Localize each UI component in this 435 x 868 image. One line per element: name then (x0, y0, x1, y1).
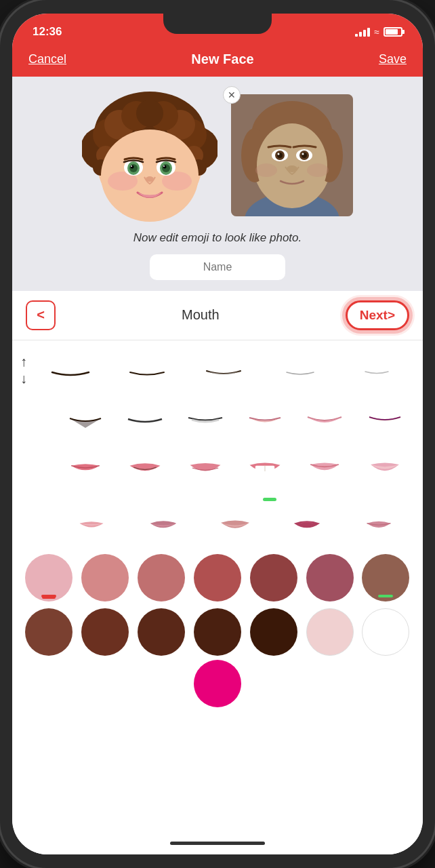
mouth-option[interactable] (343, 505, 415, 546)
svg-point-47 (307, 163, 329, 177)
mouth-option[interactable] (56, 448, 115, 488)
mouth-option[interactable] (355, 448, 415, 488)
photo-container: ✕ (231, 94, 353, 216)
svg-point-27 (163, 165, 165, 167)
page-title: New Face (191, 52, 253, 67)
svg-point-22 (129, 164, 138, 172)
color-swatch[interactable] (138, 608, 185, 656)
mouth-option[interactable] (175, 399, 235, 439)
photo-close-button[interactable]: ✕ (223, 86, 241, 104)
prev-category-button[interactable]: < (26, 300, 56, 330)
mouth-option[interactable] (186, 350, 262, 391)
mouth-option[interactable] (295, 448, 354, 488)
phone-screen: 12:36 ≈ Cancel New Face Save (12, 14, 423, 854)
next-category-button[interactable]: Next> (346, 300, 409, 330)
mouth-options-grid: ↑ ↓ (12, 340, 423, 831)
color-swatch[interactable] (306, 554, 354, 601)
face-row: ✕ (26, 87, 409, 223)
mouth-option[interactable] (115, 399, 175, 439)
svg-point-24 (131, 165, 134, 169)
mouth-option[interactable] (338, 350, 415, 391)
mouth-option[interactable] (262, 350, 338, 391)
color-swatch[interactable] (194, 660, 241, 707)
svg-point-23 (162, 164, 170, 172)
phone-frame: 12:36 ≈ Cancel New Face Save (0, 0, 435, 868)
color-row-2 (18, 608, 417, 707)
svg-point-43 (278, 153, 280, 155)
mouth-option[interactable] (199, 505, 271, 546)
color-swatch[interactable] (194, 608, 241, 656)
battery-icon (384, 27, 402, 37)
category-nav: < Mouth Next> (12, 291, 423, 340)
wifi-icon: ≈ (374, 26, 379, 37)
mouth-option[interactable] (235, 399, 295, 439)
status-icons: ≈ (355, 26, 402, 37)
mouth-row-2 (53, 399, 417, 439)
mouth-option[interactable] (295, 399, 354, 439)
color-swatch[interactable] (81, 608, 129, 656)
color-swatch[interactable] (25, 608, 72, 656)
mouth-row-1: ↑ ↓ (18, 350, 417, 391)
color-swatch[interactable] (138, 554, 185, 601)
mouth-option[interactable] (175, 448, 235, 488)
home-bar (170, 842, 265, 845)
name-input[interactable] (150, 254, 285, 280)
instruction-text: Now edit emoji to look like photo. (133, 230, 302, 246)
size-control[interactable]: ↑ ↓ (20, 354, 27, 387)
color-swatch[interactable] (306, 608, 354, 656)
signal-icon (355, 27, 370, 37)
status-time: 12:36 (33, 25, 62, 39)
mouth-row-4 (53, 505, 417, 546)
color-swatch[interactable] (362, 554, 409, 601)
cancel-button[interactable]: Cancel (28, 52, 66, 66)
home-indicator (12, 831, 423, 854)
person-photo (231, 94, 353, 216)
color-swatch[interactable] (81, 554, 129, 601)
notch (163, 14, 272, 34)
color-swatch[interactable] (25, 554, 72, 601)
svg-point-25 (163, 165, 167, 169)
mouth-option[interactable] (355, 399, 415, 439)
mouth-option[interactable] (235, 448, 295, 488)
top-section: ✕ (12, 77, 423, 291)
mouth-option[interactable] (127, 505, 199, 546)
color-swatch[interactable] (250, 608, 297, 656)
svg-point-26 (131, 165, 132, 167)
mouth-row-3 (53, 448, 417, 488)
mouth-option[interactable] (115, 448, 175, 488)
category-label: Mouth (182, 307, 220, 323)
mouth-option[interactable] (271, 505, 343, 546)
color-swatch[interactable] (250, 554, 297, 601)
nav-bar: Cancel New Face Save (12, 46, 423, 77)
svg-point-10 (136, 100, 163, 127)
mouth-option[interactable] (56, 399, 115, 439)
bottom-section: < Mouth Next> ↑ ↓ (12, 291, 423, 854)
svg-point-44 (302, 153, 304, 155)
color-swatch[interactable] (194, 554, 241, 601)
color-swatch[interactable] (362, 608, 409, 656)
save-button[interactable]: Save (379, 52, 407, 66)
color-row-1 (18, 554, 417, 601)
mouth-option[interactable] (56, 505, 127, 546)
emoji-preview (82, 87, 218, 223)
mouth-option[interactable] (109, 350, 186, 391)
mouth-option[interactable] (33, 350, 109, 391)
svg-point-46 (255, 163, 277, 177)
